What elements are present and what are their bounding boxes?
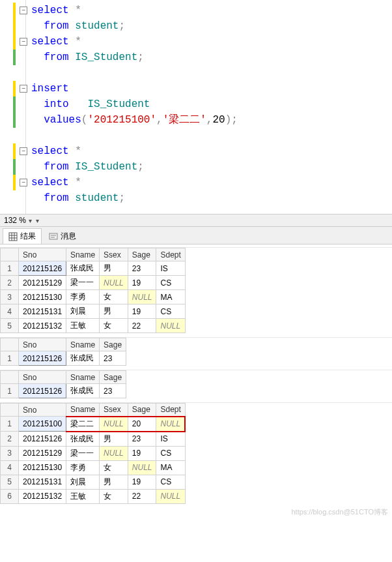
table-row[interactable]: 3201215129梁一一NULL19CS <box>1 446 186 460</box>
fold-icon[interactable]: − <box>20 179 27 186</box>
col-header[interactable]: Sno <box>19 338 66 351</box>
fold-icon[interactable]: − <box>20 38 27 46</box>
col-header[interactable]: Sage <box>128 404 156 417</box>
result-grid-4[interactable]: SnoSnameSsexSageSdept1201215100梁二二NULL20… <box>0 402 392 504</box>
result-tabs: 结果 消息 <box>0 227 392 244</box>
kw-select: select <box>31 3 69 18</box>
table-row[interactable]: 1201215126张成民男23IS <box>1 261 186 276</box>
col-header[interactable]: Ssex <box>100 404 128 417</box>
watermark-text: https://blog.csdn@51CTO博客 <box>291 507 388 517</box>
table-row[interactable]: 4201215130李勇女NULLMA <box>1 460 186 475</box>
zoom-level: 132 % <box>4 216 26 225</box>
col-header[interactable]: Sno <box>19 248 66 261</box>
svg-rect-0 <box>9 233 17 241</box>
col-header[interactable]: Sage <box>100 338 126 351</box>
col-header[interactable]: Sname <box>66 404 100 417</box>
dropdown-caret-icon[interactable]: ▾ <box>36 217 39 224</box>
col-header[interactable]: Sname <box>66 248 100 261</box>
col-header[interactable]: Sage <box>128 248 156 261</box>
results-pane: SnoSnameSsexSageSdept1201215126张成民男23IS2… <box>0 247 392 504</box>
result-grid-2[interactable]: SnoSnameSage1201215126张成民23 <box>0 337 392 366</box>
tab-results[interactable]: 结果 <box>3 228 42 244</box>
result-grid-3[interactable]: SnoSnameSage1201215126张成民23 <box>0 370 392 398</box>
sql-editor[interactable]: −select * from student; −select * from I… <box>0 0 392 214</box>
table-row[interactable]: 5201215132王敏女22NULL <box>1 319 186 333</box>
fold-icon[interactable]: − <box>20 147 27 155</box>
tab-messages[interactable]: 消息 <box>43 228 82 244</box>
svg-rect-5 <box>49 233 57 239</box>
code-area[interactable]: −select * from student; −select * from I… <box>26 0 392 209</box>
col-header[interactable]: Ssex <box>100 248 128 261</box>
col-header[interactable]: Sage <box>100 371 126 384</box>
table-row[interactable]: 1201215126张成民23 <box>1 384 126 398</box>
fold-icon[interactable]: − <box>20 85 27 93</box>
tab-results-label: 结果 <box>20 231 36 242</box>
fold-icon[interactable]: − <box>20 7 27 14</box>
table-row[interactable]: 1201215100梁二二NULL20NULL <box>1 417 186 432</box>
table-row[interactable]: 4201215131刘晨男19CS <box>1 304 186 319</box>
message-icon <box>49 232 58 241</box>
zoom-bar: 132 % ▾ ▾ <box>0 214 392 227</box>
tab-messages-label: 消息 <box>61 231 76 242</box>
col-header[interactable]: Sdept <box>156 404 185 417</box>
table-row[interactable]: 5201215131刘晨男19CS <box>1 475 186 489</box>
table-row[interactable]: 1201215126张成民23 <box>1 351 126 366</box>
table-row[interactable]: 3201215130李勇女NULLMA <box>1 290 186 304</box>
table-row[interactable]: 6201215132王敏女22NULL <box>1 489 186 503</box>
col-header[interactable]: Sno <box>19 371 66 384</box>
col-header[interactable]: Sno <box>19 404 66 417</box>
col-header[interactable]: Sdept <box>156 248 185 261</box>
table-row[interactable]: 2201215129梁一一NULL19CS <box>1 276 186 290</box>
kw-insert: insert <box>31 81 69 96</box>
grid-icon <box>8 232 18 241</box>
col-header[interactable]: Sname <box>66 371 100 384</box>
zoom-dropdown-icon[interactable]: ▾ <box>29 217 32 224</box>
result-grid-1[interactable]: SnoSnameSsexSageSdept1201215126张成民男23IS2… <box>0 247 392 333</box>
table-row[interactable]: 2201215126张成民男23IS <box>1 432 186 447</box>
col-header[interactable]: Sname <box>66 338 100 351</box>
